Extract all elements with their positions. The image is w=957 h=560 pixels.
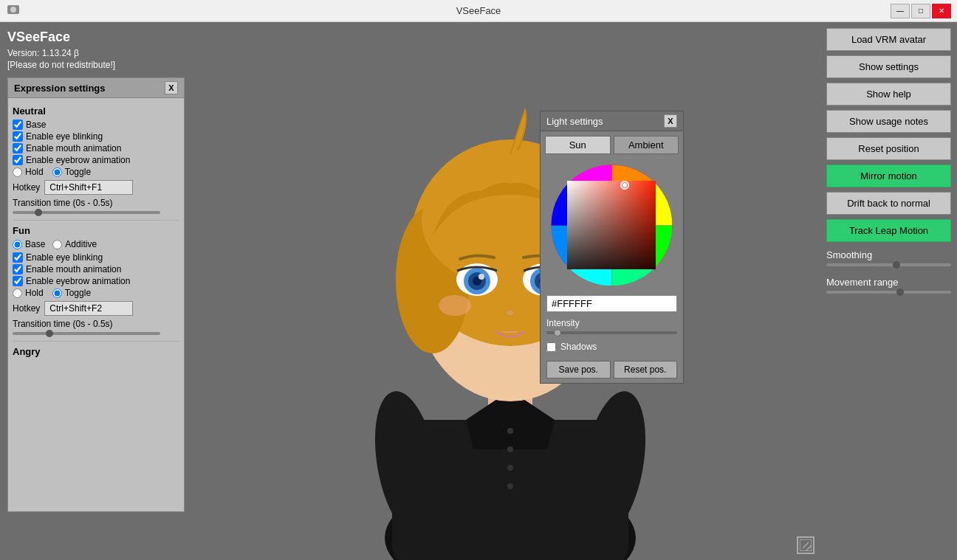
- color-hex-input[interactable]: [546, 295, 677, 312]
- neutral-toggle-label: Toggle: [65, 167, 91, 177]
- neutral-base-row: Base: [13, 120, 179, 130]
- movement-range-track: [826, 291, 951, 294]
- app-version: Version: 1.13.24 β: [7, 48, 192, 58]
- shadows-row: Shadows: [541, 340, 683, 353]
- shadows-checkbox[interactable]: [546, 342, 556, 352]
- neutral-mouth-label: Enable mouth animation: [26, 143, 121, 153]
- neutral-transition-label: Transition time (0s - 0.5s): [13, 198, 179, 208]
- movement-range-section: Movement range: [826, 277, 951, 297]
- avatar-area: Light settings X Sun Ambient: [199, 22, 820, 560]
- svg-rect-37: [567, 181, 656, 269]
- fun-mouth-checkbox[interactable]: [13, 264, 23, 274]
- fun-eyebrow-checkbox[interactable]: [13, 276, 23, 286]
- show-help-button[interactable]: Show help: [826, 83, 951, 106]
- color-hex-row: [541, 292, 683, 315]
- neutral-eye-blink-checkbox[interactable]: [13, 131, 23, 142]
- fun-transition-track: [13, 332, 160, 335]
- load-vrm-button[interactable]: Load VRM avatar: [826, 28, 951, 51]
- neutral-toggle-item: Toggle: [52, 167, 91, 177]
- expression-panel-scroll[interactable]: Neutral Base Enable eye blinking Enable …: [8, 98, 184, 511]
- fun-hotkey-input[interactable]: [44, 301, 133, 316]
- light-settings-panel: Light settings X Sun Ambient: [540, 111, 684, 384]
- left-panel: VSeeFace Version: 1.13.24 β [Please do n…: [0, 22, 199, 560]
- fun-additive-radio[interactable]: [52, 240, 62, 249]
- minimize-button[interactable]: ―: [891, 4, 910, 18]
- reset-position-button[interactable]: Reset position: [826, 137, 951, 160]
- expression-panel: Expression settings X Neutral Base Enabl…: [7, 77, 185, 512]
- fun-hotkey-row: Hotkey: [13, 301, 179, 316]
- mirror-motion-button[interactable]: Mirror motion: [826, 165, 951, 187]
- show-settings-button[interactable]: Show settings: [826, 55, 951, 78]
- light-panel-close[interactable]: X: [664, 114, 677, 128]
- window-title: VSeeFace: [456, 5, 501, 16]
- fun-transition-label: Transition time (0s - 0.5s): [13, 319, 179, 329]
- main-area: VSeeFace Version: 1.13.24 β [Please do n…: [0, 22, 957, 560]
- fun-base-label: Base: [25, 239, 45, 249]
- neutral-mouth-row: Enable mouth animation: [13, 143, 179, 153]
- svg-point-31: [507, 483, 513, 489]
- svg-point-21: [507, 311, 514, 315]
- fun-transition-thumb[interactable]: [46, 330, 53, 337]
- section-angry-title: Angry: [13, 346, 179, 357]
- fun-hotkey-label: Hotkey: [13, 303, 40, 314]
- fun-toggle-label: Toggle: [65, 288, 91, 298]
- drift-back-button[interactable]: Drift back to normal: [826, 192, 951, 215]
- color-wheel[interactable]: [551, 165, 673, 286]
- fun-base-item: Base: [13, 239, 45, 249]
- fun-hold-label: Hold: [25, 288, 44, 298]
- reset-pos-button[interactable]: Reset pos.: [614, 361, 678, 378]
- movement-range-label: Movement range: [826, 277, 951, 288]
- fun-eye-blink-label: Enable eye blinking: [26, 252, 103, 263]
- neutral-hotkey-input[interactable]: [44, 180, 133, 195]
- neutral-hold-label: Hold: [25, 167, 44, 177]
- neutral-hold-radio[interactable]: [13, 167, 22, 177]
- avatar-background: [199, 22, 820, 560]
- svg-point-30: [507, 465, 513, 471]
- fun-eyebrow-label: Enable eyebrow animation: [26, 276, 130, 286]
- neutral-hotkey-row: Hotkey: [13, 180, 179, 195]
- light-tab-sun[interactable]: Sun: [545, 136, 611, 154]
- resize-icon[interactable]: [797, 536, 814, 554]
- smoothing-thumb[interactable]: [893, 261, 900, 269]
- app-title: VSeeFace: [7, 30, 192, 45]
- smoothing-label: Smoothing: [826, 249, 951, 260]
- intensity-thumb[interactable]: [554, 329, 561, 336]
- neutral-base-label: Base: [26, 120, 46, 130]
- neutral-mouth-checkbox[interactable]: [13, 143, 23, 153]
- intensity-track: [546, 331, 677, 334]
- save-pos-button[interactable]: Save pos.: [546, 361, 611, 378]
- fun-transition-slider-container: [13, 332, 179, 335]
- neutral-transition-thumb[interactable]: [35, 209, 42, 216]
- fun-eye-blink-row: Enable eye blinking: [13, 252, 179, 263]
- movement-range-thumb[interactable]: [896, 288, 904, 296]
- fun-additive-item: Additive: [52, 239, 97, 249]
- light-tab-ambient[interactable]: Ambient: [614, 136, 679, 154]
- track-leap-motion-button[interactable]: Track Leap Motion: [826, 219, 951, 242]
- fun-eye-blink-checkbox[interactable]: [13, 252, 23, 263]
- neutral-eyebrow-checkbox[interactable]: [13, 155, 23, 165]
- neutral-hotkey-label: Hotkey: [13, 182, 40, 193]
- shadows-label: Shadows: [560, 342, 597, 352]
- fun-mouth-label: Enable mouth animation: [26, 264, 121, 274]
- svg-point-22: [439, 295, 471, 316]
- right-panel: Load VRM avatar Show settings Show help …: [820, 22, 957, 560]
- show-usage-notes-button[interactable]: Show usage notes: [826, 110, 951, 133]
- neutral-eye-blink-label: Enable eye blinking: [26, 131, 103, 142]
- neutral-base-checkbox[interactable]: [13, 120, 23, 130]
- expression-panel-title: Expression settings: [14, 83, 106, 94]
- neutral-toggle-radio[interactable]: [52, 167, 62, 177]
- neutral-eyebrow-label: Enable eyebrow animation: [26, 155, 130, 165]
- expression-panel-header: Expression settings X: [8, 78, 184, 98]
- fun-toggle-item: Toggle: [52, 288, 91, 298]
- light-panel-title: Light settings: [546, 116, 603, 127]
- fun-base-radio[interactable]: [13, 240, 22, 249]
- fun-mouth-row: Enable mouth animation: [13, 264, 179, 274]
- light-panel-header: Light settings X: [541, 111, 683, 131]
- expression-panel-close[interactable]: X: [165, 81, 178, 94]
- fun-toggle-radio[interactable]: [52, 288, 62, 298]
- fun-hold-radio[interactable]: [13, 288, 22, 298]
- light-tabs: Sun Ambient: [541, 131, 683, 159]
- app-icon: [6, 2, 21, 20]
- maximize-button[interactable]: □: [911, 4, 930, 18]
- close-button[interactable]: ✕: [932, 4, 951, 18]
